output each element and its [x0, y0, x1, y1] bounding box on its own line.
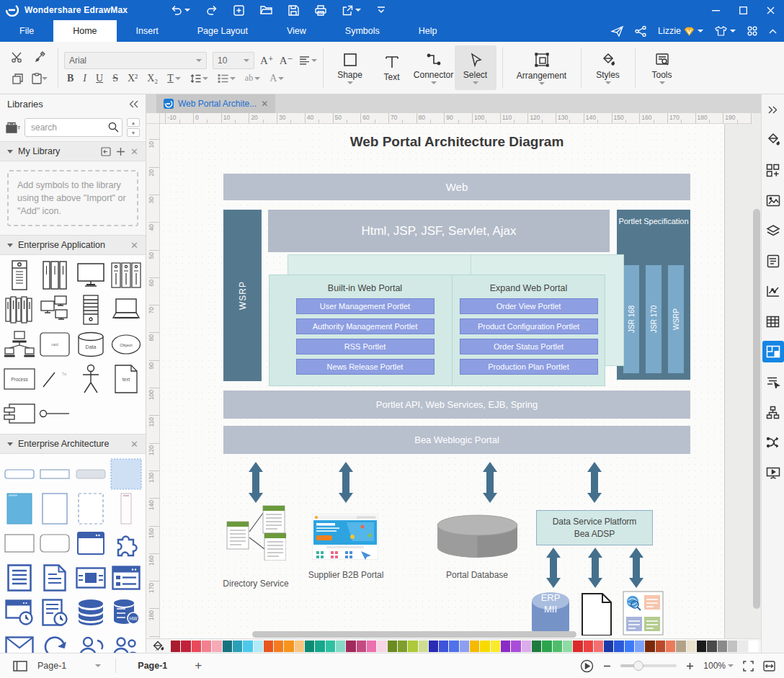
color-swatch[interactable]	[511, 641, 520, 652]
play-presentation-button[interactable]	[580, 659, 594, 673]
color-swatch[interactable]	[274, 641, 283, 652]
shape-process-rect[interactable]: Process	[1, 362, 37, 396]
customize-toolbar-button[interactable]	[377, 6, 386, 14]
collapse-panel-button[interactable]	[129, 100, 138, 108]
color-swatch[interactable]	[233, 641, 242, 652]
double-arrow[interactable]	[342, 471, 349, 494]
share-icon[interactable]	[635, 26, 646, 37]
diagram-web-bar[interactable]: Web	[223, 174, 690, 200]
org-chart-icon[interactable]	[762, 401, 784, 423]
theme-button[interactable]	[715, 26, 736, 36]
menu-tab-view[interactable]: View	[267, 20, 326, 42]
zoom-out-button[interactable]	[603, 662, 611, 670]
shape-plain-rect[interactable]	[1, 526, 37, 561]
color-swatch[interactable]	[439, 641, 448, 652]
color-swatch[interactable]	[336, 641, 345, 652]
double-arrow[interactable]	[486, 471, 494, 494]
color-swatch[interactable]	[532, 641, 541, 652]
user-dropdown-caret[interactable]	[698, 30, 703, 32]
double-arrow[interactable]	[592, 557, 599, 579]
user-account[interactable]: Lizzie	[658, 26, 703, 36]
color-swatch[interactable]	[305, 641, 314, 652]
built-in-portlet[interactable]: Authority Management Portlet	[296, 318, 435, 334]
shape-component[interactable]	[1, 396, 37, 431]
diagram-portlet-spec[interactable]: Portlet Specification JSR 168JSR 170WSRP	[617, 210, 690, 380]
shape-form-browser[interactable]	[109, 561, 145, 595]
color-swatch[interactable]	[460, 641, 469, 652]
color-swatch[interactable]	[491, 641, 500, 652]
supplier-b2b-label[interactable]: Supplier B2B Portal	[306, 570, 386, 580]
text-style-button[interactable]: T	[167, 73, 181, 84]
table-icon[interactable]	[762, 311, 784, 332]
zo om-level-caret[interactable]	[728, 664, 734, 667]
shape-sync-arrows[interactable]	[37, 630, 74, 653]
color-swatch[interactable]	[666, 641, 675, 652]
font-size-select[interactable]: 10	[213, 52, 254, 69]
color-swatch[interactable]	[295, 641, 304, 652]
built-in-portlet[interactable]: News Release Portlet	[296, 359, 435, 375]
shape-button[interactable]: Shape	[329, 45, 371, 90]
shape-blue-filled-rect[interactable]	[1, 491, 37, 526]
spec-bar-wsrp[interactable]: WSRP	[668, 265, 684, 373]
shape-tower-server[interactable]	[73, 293, 109, 327]
double-arrow[interactable]	[252, 471, 259, 494]
close-section-button[interactable]: ✕	[130, 240, 138, 251]
supplier-b2b-shape[interactable]	[312, 514, 378, 560]
character-spacing-button[interactable]: ab	[245, 73, 260, 84]
color-swatch[interactable]	[398, 641, 407, 652]
color-swatch[interactable]	[635, 641, 644, 652]
shape-document-lines[interactable]	[1, 561, 37, 595]
fill-style-icon[interactable]	[762, 129, 784, 151]
color-swatch[interactable]	[181, 641, 190, 652]
shape-database-hw[interactable]: HW	[109, 595, 145, 630]
color-swatch[interactable]	[212, 641, 221, 652]
format-painter-button[interactable]	[34, 51, 45, 63]
color-swatch[interactable]	[553, 641, 562, 652]
shape-mainframe[interactable]	[37, 258, 74, 293]
color-swatch[interactable]	[563, 641, 572, 652]
library-prev-button[interactable]: ▲	[127, 118, 140, 127]
shape-thin-vertical-rect[interactable]	[109, 491, 145, 526]
undo-dropdown-caret[interactable]	[184, 9, 190, 12]
color-swatch[interactable]	[584, 641, 593, 652]
color-swatch[interactable]	[470, 641, 479, 652]
color-swatch[interactable]	[346, 641, 355, 652]
vertical-scrollbar[interactable]	[753, 209, 760, 609]
double-arrow[interactable]	[591, 471, 598, 494]
collapse-ribbon-button[interactable]	[769, 29, 777, 34]
built-in-portlet[interactable]: User Management Portlet	[296, 298, 435, 314]
floor-plan-icon[interactable]	[762, 341, 784, 362]
arrangement-button[interactable]: Arrangement	[509, 45, 575, 90]
color-swatch[interactable]	[388, 641, 397, 652]
paste-button[interactable]	[32, 73, 48, 84]
add-library-button[interactable]	[116, 147, 125, 156]
menu-tab-insert[interactable]: Insert	[117, 20, 178, 42]
shape-outline-rect[interactable]	[37, 491, 74, 526]
presentation-icon[interactable]	[762, 462, 784, 483]
color-swatch[interactable]	[522, 641, 531, 652]
color-swatch[interactable]	[718, 641, 727, 652]
save-button[interactable]	[288, 5, 299, 16]
color-swatch[interactable]	[645, 641, 654, 652]
horizontal-scrollbar[interactable]	[252, 631, 576, 638]
fit-width-button[interactable]	[763, 661, 775, 672]
import-library-button[interactable]	[101, 147, 111, 156]
close-button[interactable]	[757, 0, 784, 20]
shape-pill-gray[interactable]	[73, 457, 109, 491]
open-folder-button[interactable]	[260, 5, 272, 15]
insert-image-icon[interactable]	[762, 189, 784, 211]
underline-button[interactable]: U	[96, 73, 103, 84]
shape-data-cylinder[interactable]: Data	[73, 327, 109, 362]
diagram-html-bar[interactable]: Html, JSP, JSF, Servlet, Ajax	[268, 210, 610, 252]
line-spacing-button[interactable]	[190, 74, 208, 83]
page-selector-caret[interactable]	[95, 664, 101, 667]
shape-server-tower[interactable]	[1, 258, 37, 293]
send-icon[interactable]	[611, 26, 623, 37]
shape-computer-network[interactable]	[1, 327, 37, 362]
color-swatch[interactable]	[264, 641, 273, 652]
shape-user-sync[interactable]	[73, 630, 109, 653]
text-align-caret[interactable]	[311, 59, 317, 62]
built-in-portlet[interactable]: RSS Portlet	[296, 339, 435, 354]
export-button[interactable]	[342, 5, 361, 16]
color-swatch[interactable]	[192, 641, 201, 652]
